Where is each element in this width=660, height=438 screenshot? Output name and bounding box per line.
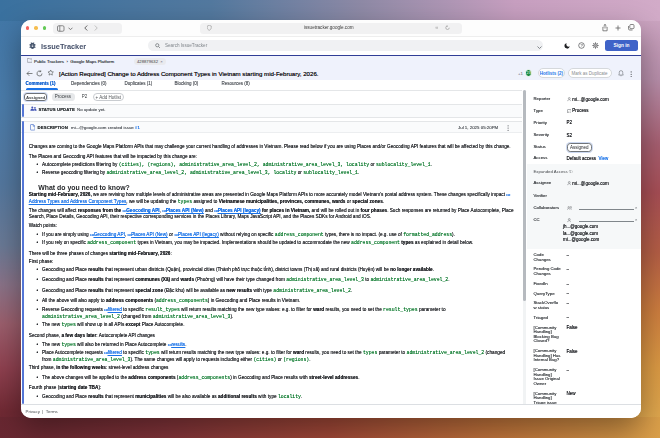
svg-text:?: ? bbox=[580, 43, 583, 48]
